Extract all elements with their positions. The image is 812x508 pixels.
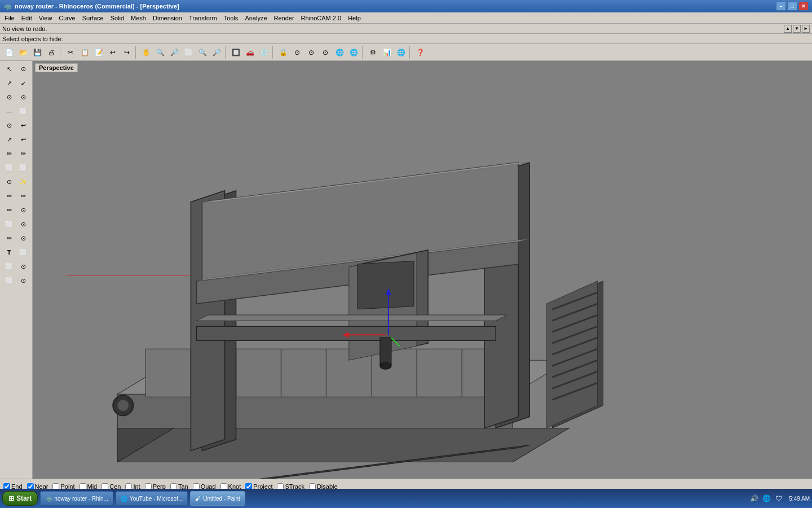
- lt-select2[interactable]: ⊙: [16, 62, 30, 76]
- tb-copy[interactable]: 📋: [78, 46, 91, 59]
- start-button[interactable]: ⊞ Start: [2, 491, 38, 506]
- lt-box5[interactable]: ⬜: [2, 274, 16, 287]
- lt-line[interactable]: —: [2, 104, 16, 118]
- tb-zoom-sel[interactable]: 🔎: [210, 46, 223, 59]
- svg-point-51: [117, 400, 129, 411]
- tb-help[interactable]: ❓: [413, 46, 427, 59]
- command-arrows: ▲ ▼ ►: [784, 25, 810, 33]
- menu-item-help[interactable]: Help: [345, 14, 364, 23]
- menu-item-render[interactable]: Render: [271, 14, 298, 23]
- tb-print[interactable]: 🖨: [45, 46, 58, 59]
- menu-item-solid[interactable]: Solid: [107, 14, 127, 23]
- lt-circ6[interactable]: ⊙: [16, 274, 30, 287]
- tb-globe2[interactable]: 🌐: [347, 46, 360, 59]
- lt-box4[interactable]: ⬜: [16, 246, 30, 259]
- lt-arrow[interactable]: ↗: [2, 133, 16, 146]
- arrow-right-btn[interactable]: ►: [802, 25, 810, 33]
- tb-zoom-ext[interactable]: 🔍: [196, 46, 209, 59]
- menu-item-analyze[interactable]: Analyze: [241, 14, 270, 23]
- tb-lock[interactable]: 🔒: [276, 46, 290, 59]
- tb-paste[interactable]: 📝: [92, 46, 105, 59]
- menu-item-surface[interactable]: Surface: [79, 14, 107, 23]
- arrow-down-btn[interactable]: ▼: [793, 25, 801, 33]
- menu-item-edit[interactable]: Edit: [18, 14, 36, 23]
- tb-redo[interactable]: ↪: [120, 46, 134, 59]
- lt-circ4[interactable]: ⊙: [16, 231, 30, 245]
- menu-item-curve[interactable]: Curve: [55, 14, 78, 23]
- taskbar-app-rhino[interactable]: 🦏 noway router - Rhin...: [40, 491, 113, 506]
- menu-item-tools[interactable]: Tools: [220, 14, 242, 23]
- lt-box2[interactable]: ⬜: [16, 161, 30, 174]
- tb-circle2[interactable]: ⊙: [304, 46, 318, 59]
- viewport[interactable]: Perspective: [33, 61, 812, 479]
- lt-arc2[interactable]: ⊙: [16, 90, 30, 104]
- tb-circle1[interactable]: ⊙: [290, 46, 304, 59]
- lt-row-8: ⬜ ⬜: [2, 161, 30, 174]
- lt-box3[interactable]: ⬜: [2, 217, 16, 231]
- lt-pen4[interactable]: ✏: [16, 189, 30, 203]
- lt-row-14: T ⬜: [2, 246, 30, 259]
- lt-pen6[interactable]: ✏: [2, 231, 16, 245]
- tb-disc[interactable]: 💿: [257, 46, 271, 59]
- lt-box1[interactable]: ⬜: [2, 161, 16, 174]
- tb-globe1[interactable]: 🌐: [333, 46, 346, 59]
- lt-lasso[interactable]: ↗: [2, 76, 16, 90]
- tb-zoom-out[interactable]: 🔎: [167, 46, 181, 59]
- tb-zoom-in[interactable]: 🔍: [153, 46, 167, 59]
- arrow-up-btn[interactable]: ▲: [784, 25, 792, 33]
- menu-item-file[interactable]: File: [1, 14, 18, 23]
- lt-circ5[interactable]: ⊙: [16, 260, 30, 273]
- tb-open[interactable]: 📂: [16, 46, 30, 59]
- tb-save[interactable]: 💾: [30, 46, 44, 59]
- maximize-button[interactable]: □: [787, 2, 797, 11]
- tb-zoom-window[interactable]: ⬜: [182, 46, 195, 59]
- tb-cut[interactable]: ✂: [64, 46, 77, 59]
- lt-text[interactable]: T: [2, 246, 16, 259]
- tb-circle3[interactable]: ⊙: [319, 46, 332, 59]
- lt-pen3[interactable]: ✏: [2, 189, 16, 203]
- menu-item-mesh[interactable]: Mesh: [127, 14, 149, 23]
- lt-grid2[interactable]: ⬜: [2, 260, 16, 273]
- tb-grid[interactable]: 🔲: [229, 46, 242, 59]
- network-icon: 🌐: [762, 494, 771, 503]
- tb-sep-1: [60, 46, 62, 59]
- minimize-button[interactable]: –: [776, 2, 786, 11]
- tb-new[interactable]: 📄: [2, 46, 16, 59]
- lt-dot[interactable]: ⊙: [2, 175, 16, 189]
- lt-arc[interactable]: ⊙: [2, 90, 16, 104]
- tb-globe3[interactable]: 🌐: [394, 46, 408, 59]
- lt-star[interactable]: ✨: [16, 175, 30, 189]
- lt-pen5[interactable]: ✏: [2, 203, 16, 217]
- lt-select[interactable]: ↖: [2, 62, 16, 76]
- lt-pen2[interactable]: ✏: [16, 147, 30, 160]
- menu-item-rhinocam-2.0[interactable]: RhinoCAM 2.0: [298, 14, 345, 23]
- lt-pen1[interactable]: ✏: [2, 147, 16, 160]
- lt-undo2[interactable]: ↩: [16, 119, 30, 132]
- close-button[interactable]: ✕: [798, 2, 809, 11]
- lt-rect[interactable]: ⬜: [16, 104, 30, 118]
- lt-undo3[interactable]: ↩: [16, 133, 30, 146]
- tb-sep-6: [409, 46, 412, 59]
- security-icon: 🛡: [774, 494, 783, 503]
- tb-settings[interactable]: ⚙: [366, 46, 379, 59]
- lt-circ3[interactable]: ⊙: [16, 217, 30, 231]
- lt-circ2[interactable]: ⊙: [16, 203, 30, 217]
- tb-car[interactable]: 🚗: [243, 46, 257, 59]
- menu-item-transform[interactable]: Transform: [186, 14, 220, 23]
- machine-3d-view: X Y Z: [33, 61, 812, 479]
- title-bar: 🦏 noway router - Rhinoceros (Commercial)…: [0, 0, 812, 12]
- start-icon: ⊞: [8, 494, 14, 502]
- lt-lasso2[interactable]: ↙: [16, 76, 30, 90]
- lt-row-4: — ⬜: [2, 104, 30, 118]
- tb-pan[interactable]: ✋: [139, 46, 153, 59]
- menu-item-dimension[interactable]: Dimension: [149, 14, 186, 23]
- svg-rect-32: [380, 338, 391, 366]
- tb-undo[interactable]: ↩: [106, 46, 120, 59]
- taskbar-app-youtube[interactable]: 🌐 YouTube - Microsof...: [116, 491, 188, 506]
- menu-item-view[interactable]: View: [36, 14, 56, 23]
- tb-chart[interactable]: 📊: [380, 46, 394, 59]
- taskbar-app-paint[interactable]: 🖌 Untitled - Paint: [190, 491, 245, 506]
- lt-curve[interactable]: ⊙: [2, 119, 16, 132]
- command-text-2: Select objects to hide:: [2, 36, 63, 42]
- command-text-1: No view to redo.: [2, 25, 784, 32]
